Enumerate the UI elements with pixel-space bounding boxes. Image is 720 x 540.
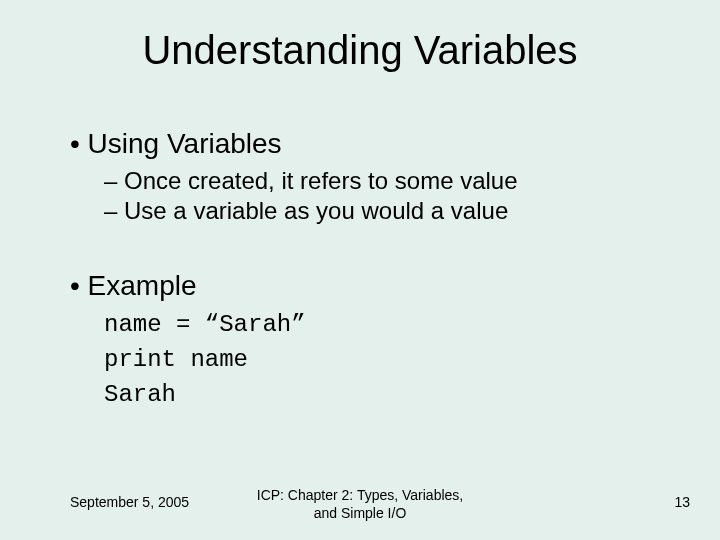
code-line: print name: [104, 343, 660, 378]
footer-page-number: 13: [674, 494, 690, 510]
slide-body: Using Variables Once created, it refers …: [70, 128, 660, 412]
code-block: name = “Sarah” print name Sarah: [104, 308, 660, 412]
footer-center: ICP: Chapter 2: Types, Variables, and Si…: [0, 487, 720, 522]
bullet-using-variables: Using Variables: [70, 128, 660, 160]
footer-center-line1: ICP: Chapter 2: Types, Variables,: [257, 487, 463, 503]
bullet-example: Example: [70, 270, 660, 302]
code-line: Sarah: [104, 378, 660, 413]
slide: Understanding Variables Using Variables …: [0, 0, 720, 540]
slide-title: Understanding Variables: [0, 28, 720, 73]
code-line: name = “Sarah”: [104, 308, 660, 343]
sub-bullet: Use a variable as you would a value: [104, 196, 660, 226]
footer-center-line2: and Simple I/O: [314, 505, 407, 521]
sub-bullets-using: Once created, it refers to some value Us…: [104, 166, 660, 226]
sub-bullet: Once created, it refers to some value: [104, 166, 660, 196]
